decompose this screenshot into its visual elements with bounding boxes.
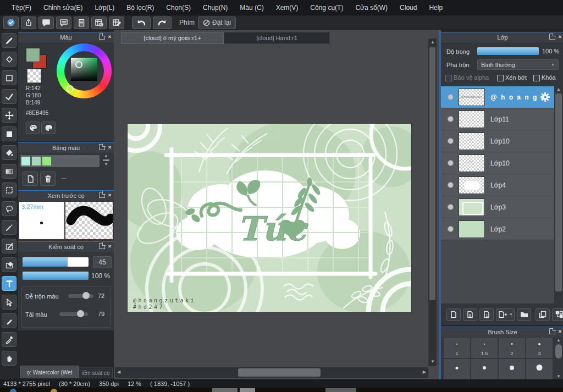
layer-visibility-dot[interactable] (448, 116, 454, 122)
dock-tab-brush[interactable]: ọ: Watercolor (Wet (20, 366, 79, 378)
menu-chinh-sua[interactable]: Chỉnh sửa(E) (37, 4, 89, 12)
popout-icon[interactable] (549, 328, 555, 334)
menu-cua-so[interactable]: Cửa sổ(W) (349, 4, 394, 12)
add-swatch-button[interactable] (23, 172, 38, 186)
move-tool[interactable] (2, 108, 16, 123)
palette-swatch-2[interactable] (32, 157, 41, 165)
menu-cong-cu[interactable]: Công cụ(T) (304, 4, 349, 12)
cloud-sync-button[interactable] (3, 16, 19, 29)
canvas-artwork[interactable]: Tức @hoangzutaki #hd247 (128, 124, 411, 312)
share-button[interactable] (21, 16, 36, 29)
scroll-up-icon[interactable]: ▲ (556, 338, 561, 343)
add-layer-menu-button[interactable]: ▼ (496, 308, 515, 321)
popout-icon[interactable] (549, 34, 555, 40)
layer-visibility-dot[interactable] (448, 204, 454, 210)
layer-scrollbar[interactable]: ▲ (554, 86, 563, 303)
layer-row-active[interactable]: @hoangzutaki @ h o a n g z (441, 86, 554, 108)
close-icon[interactable]: + (106, 143, 113, 150)
palette-swatch-3[interactable] (42, 157, 51, 165)
brush-size-cell[interactable]: 1 (443, 337, 471, 358)
taskbar-icon[interactable] (10, 389, 16, 392)
scroll-up-icon[interactable]: ▲ (556, 87, 561, 92)
scroll-up-icon[interactable]: ▲ (430, 40, 435, 45)
menu-chon[interactable]: Chọn(S) (160, 4, 197, 12)
eyedropper-tool[interactable] (2, 332, 16, 347)
close-icon[interactable]: + (106, 242, 113, 249)
scroll-down-icon[interactable]: ▼ (430, 360, 435, 364)
brush-control-header[interactable]: Kiểm soát cọ + (18, 242, 114, 252)
new-1bit-layer-button[interactable]: 1 (479, 308, 494, 321)
palette-mode-button[interactable] (26, 122, 40, 134)
comment-button[interactable] (38, 16, 54, 29)
magic-wand-tool[interactable] (2, 220, 16, 235)
brush-preview-header[interactable]: Xem trước cọ + (18, 191, 114, 201)
undo-button[interactable] (132, 16, 151, 29)
lasso-tool[interactable] (2, 201, 16, 216)
brush-tool[interactable] (2, 33, 16, 48)
select-pen-tool[interactable] (2, 239, 16, 253)
transparent-color-swatch[interactable] (27, 69, 41, 83)
brush-size-scrollbar[interactable]: ▲ ▼ (554, 337, 563, 380)
grid-edit-button[interactable] (109, 16, 124, 29)
popout-icon[interactable] (99, 34, 105, 40)
delete-swatch-button[interactable] (40, 172, 56, 186)
layer-row[interactable]: ⌁⌁ Lớp10 (441, 130, 554, 152)
brush-opacity-slider[interactable] (23, 272, 89, 280)
vertical-scroll-thumb[interactable] (429, 47, 435, 300)
sv-square[interactable] (71, 58, 97, 81)
scroll-down-icon[interactable]: ▼ (104, 162, 108, 167)
scroll-down-icon[interactable]: ▼ (556, 374, 561, 379)
palette-cmy-button[interactable] (41, 122, 56, 134)
foreground-color-swatch[interactable] (26, 48, 40, 62)
canvas-horizontal-scrollbar[interactable]: ◀ ▶ (115, 367, 428, 378)
opacity-slider[interactable] (477, 47, 539, 55)
duplicate-layer-button[interactable] (536, 308, 550, 321)
sv-cursor[interactable] (75, 61, 82, 68)
gradient-tool[interactable] (2, 164, 16, 179)
brush-size-cell[interactable] (443, 358, 471, 380)
hue-cursor[interactable] (67, 85, 74, 92)
select-rect-tool[interactable] (2, 183, 16, 197)
document-button[interactable] (74, 16, 89, 29)
menu-lop[interactable]: Lớp(L) (89, 4, 120, 12)
popout-icon[interactable] (99, 144, 105, 150)
new-8bit-layer-button[interactable]: 8 (463, 308, 477, 321)
taskbar-button[interactable] (212, 388, 238, 392)
brush-size-cell[interactable]: 3 (526, 337, 553, 358)
brush-size-panel-header[interactable]: Brush Size + (441, 327, 563, 337)
layer-visibility-dot[interactable] (448, 226, 454, 232)
mix-slider-track[interactable] (68, 294, 93, 298)
alpha-lock-checkbox[interactable] (445, 75, 452, 81)
mix-slider-knob[interactable] (82, 292, 90, 299)
layer-row[interactable]: ⌁⌁ Lớp10 (441, 152, 554, 174)
text-tool[interactable] (2, 276, 16, 291)
gear-icon[interactable] (539, 91, 551, 103)
close-icon[interactable]: + (556, 33, 563, 40)
menu-xem[interactable]: Xem(V) (270, 4, 305, 12)
layer-row[interactable]: Lớp11 (441, 108, 554, 130)
canvas-tab-inactive[interactable]: [cloud] Hand:r1 (224, 32, 330, 44)
popout-icon[interactable] (99, 243, 105, 249)
eraser-tool[interactable] (2, 52, 16, 67)
scroll-thumb[interactable] (103, 159, 109, 161)
shape-fill-tool[interactable] (2, 126, 16, 141)
layers-panel-header[interactable]: Lớp + (441, 32, 563, 42)
menu-bo-loc[interactable]: Bộ lọc(R) (120, 4, 160, 12)
layer-row[interactable]: Lớp3 (441, 196, 554, 218)
canvas-tab-active[interactable]: [cloud] ô mỳ goiis:r1+ (121, 32, 224, 44)
palette-swatch-1[interactable] (21, 157, 30, 165)
layer-row[interactable]: Lớp2 (441, 218, 554, 240)
scroll-right-icon[interactable]: ▶ (423, 370, 426, 374)
pen-tool[interactable] (2, 313, 16, 328)
operation-tool[interactable] (2, 295, 16, 310)
polyline-tool[interactable] (2, 89, 16, 104)
layer-visibility-dot[interactable] (448, 138, 454, 144)
dock-tab-control[interactable]: iểm soát cọ (79, 367, 113, 378)
scroll-up-icon[interactable]: ▲ (104, 154, 108, 158)
merge-layer-button[interactable] (552, 308, 563, 321)
rectangle-tool[interactable] (2, 70, 16, 85)
scroll-left-icon[interactable]: ◀ (117, 370, 120, 374)
taskbar-button[interactable] (325, 388, 356, 392)
layer-visibility-dot[interactable] (448, 94, 454, 100)
lock-checkbox[interactable] (533, 75, 540, 81)
